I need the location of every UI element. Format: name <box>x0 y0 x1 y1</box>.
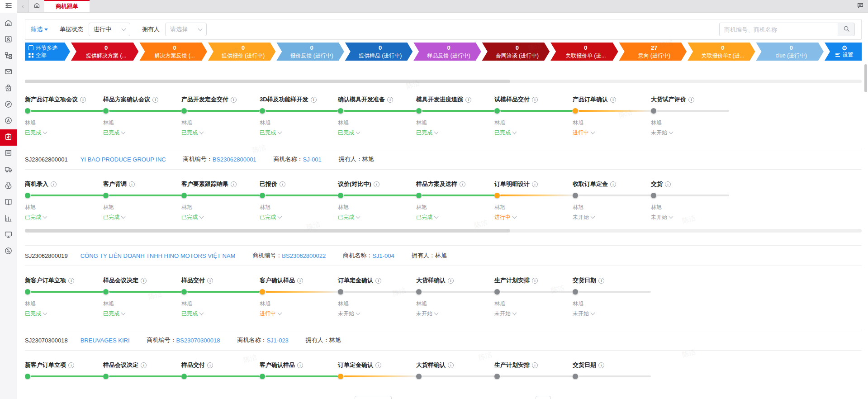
stage-status-dropdown[interactable]: 未开始 <box>651 129 673 136</box>
info-icon[interactable]: i <box>231 181 237 187</box>
info-icon[interactable]: i <box>207 362 213 368</box>
stage-segment-3[interactable]: 0 报价反馈 (进行中) <box>276 43 344 61</box>
info-icon[interactable]: i <box>280 181 285 187</box>
stage-status-dropdown[interactable]: 已完成 <box>181 129 203 136</box>
code-link[interactable]: BS23062800001 <box>213 156 256 163</box>
stage-segment-0[interactable]: 0 提供解决方案 (... <box>71 43 138 61</box>
info-icon[interactable]: i <box>374 181 379 187</box>
info-icon[interactable]: i <box>129 181 135 187</box>
code-link[interactable]: BS23070300018 <box>176 337 220 344</box>
info-icon[interactable]: i <box>375 362 381 368</box>
stage-settings-button[interactable]: ⚙ 设置 <box>825 43 862 61</box>
stage-status-dropdown[interactable]: 已完成 <box>416 129 438 136</box>
sidebar-item-book[interactable] <box>0 195 17 211</box>
info-icon[interactable]: i <box>532 362 538 368</box>
info-icon[interactable]: i <box>610 181 616 187</box>
stage-status-dropdown[interactable]: 已完成 <box>260 214 281 221</box>
stage-status-dropdown[interactable]: 已完成 <box>25 129 47 136</box>
stage-status-dropdown[interactable]: 进行中 <box>573 129 594 136</box>
stage-segment-9[interactable]: 0 关联报价单z (进... <box>688 43 755 61</box>
info-icon[interactable]: i <box>297 278 303 284</box>
stage-status-dropdown[interactable]: 未开始 <box>651 214 673 221</box>
sidebar-item-circle-a[interactable] <box>0 113 17 129</box>
sidebar-item-money-bag[interactable] <box>0 178 17 195</box>
name-link[interactable]: SJ1-004 <box>372 252 394 259</box>
stage-status-dropdown[interactable]: 已完成 <box>181 214 203 221</box>
page-size-select[interactable]: 20 条/页 <box>355 396 392 399</box>
sidebar-item-contacts[interactable] <box>0 32 17 48</box>
stage-status-dropdown[interactable]: 未开始 <box>573 214 594 221</box>
stage-segment-10[interactable]: 0 clue (进行中) <box>756 43 824 61</box>
info-icon[interactable]: i <box>141 362 147 368</box>
info-icon[interactable]: i <box>448 278 454 284</box>
multiselect-checkbox[interactable] <box>28 45 33 50</box>
stage-status-dropdown[interactable]: 进行中 <box>260 310 281 317</box>
doc-status-select[interactable]: 进行中 <box>89 23 130 36</box>
tab-business-followup[interactable]: 商机跟单 <box>44 0 90 12</box>
sidebar-item-truck[interactable] <box>0 162 17 178</box>
back-button[interactable]: ‹ <box>17 0 29 12</box>
search-button[interactable] <box>838 23 855 36</box>
company-link[interactable]: BREUVAGES KIRI <box>81 337 130 344</box>
stage-status-dropdown[interactable]: 已完成 <box>25 214 47 221</box>
stage-status-dropdown[interactable]: 已完成 <box>416 214 438 221</box>
sidebar-item-bar-chart[interactable] <box>0 211 17 227</box>
info-icon[interactable]: i <box>51 181 57 187</box>
tab-options-button[interactable] <box>853 0 868 12</box>
scrollbar-thumb[interactable] <box>25 229 510 233</box>
info-icon[interactable]: i <box>68 362 74 368</box>
info-icon[interactable]: i <box>665 181 671 187</box>
info-icon[interactable]: i <box>311 97 317 103</box>
stage-status-dropdown[interactable]: 已完成 <box>25 310 47 317</box>
filter-toggle[interactable]: 筛选 <box>31 25 48 33</box>
stage-segment-8[interactable]: 27 意向 (进行中) <box>619 43 687 61</box>
sidebar-item-invoice[interactable] <box>0 146 17 162</box>
info-icon[interactable]: i <box>141 278 147 284</box>
stage-status-dropdown[interactable]: 已完成 <box>103 129 125 136</box>
home-tab-button[interactable] <box>29 0 44 12</box>
vertical-scrollbar-thumb[interactable] <box>864 64 867 92</box>
stage-status-dropdown[interactable]: 已完成 <box>103 310 125 317</box>
info-icon[interactable]: i <box>387 97 393 103</box>
stage-segment-7[interactable]: 0 关联报价单 (进... <box>550 43 618 61</box>
stage-status-dropdown[interactable]: 已完成 <box>338 214 360 221</box>
search-input[interactable] <box>719 23 838 36</box>
stage-status-dropdown[interactable]: 已完成 <box>260 129 281 136</box>
info-icon[interactable]: i <box>207 278 213 284</box>
info-icon[interactable]: i <box>598 362 604 368</box>
info-icon[interactable]: i <box>610 97 616 103</box>
sidebar-item-compass[interactable] <box>0 97 17 113</box>
name-link[interactable]: SJ1-023 <box>266 337 288 344</box>
info-icon[interactable]: i <box>688 97 694 103</box>
stage-status-dropdown[interactable]: 已完成 <box>494 129 516 136</box>
stage-status-dropdown[interactable]: 已完成 <box>103 214 125 221</box>
stage-status-dropdown[interactable]: 进行中 <box>494 214 516 221</box>
stage-segment-multiselect[interactable]: 环节多选 全部 <box>25 43 70 61</box>
company-link[interactable]: CÔNG TY LIÊN DOANH TNHH HINO MOTORS VIỆT… <box>81 252 236 259</box>
stage-status-dropdown[interactable]: 未开始 <box>573 310 594 317</box>
info-icon[interactable]: i <box>448 362 454 368</box>
sidebar-item-mail[interactable] <box>0 64 17 81</box>
stage-status-dropdown[interactable]: 未开始 <box>416 310 438 317</box>
company-link[interactable]: YI BAO PRODUCE GROUP INC <box>81 156 166 163</box>
info-icon[interactable]: i <box>68 278 74 284</box>
info-icon[interactable]: i <box>231 97 237 103</box>
collapse-sidebar-button[interactable] <box>0 0 17 13</box>
stage-segment-4[interactable]: 0 提供样品 (进行中) <box>345 43 413 61</box>
sidebar-item-phone[interactable] <box>0 243 17 260</box>
code-link[interactable]: BS23062800022 <box>282 252 326 259</box>
stage-status-dropdown[interactable]: 已完成 <box>338 129 360 136</box>
info-icon[interactable]: i <box>80 97 86 103</box>
stage-segment-6[interactable]: 0 合同洽谈 (进行中) <box>482 43 550 61</box>
info-icon[interactable]: i <box>465 97 471 103</box>
info-icon[interactable]: i <box>297 362 303 368</box>
stage-segment-2[interactable]: 0 提供报价 (进行中) <box>208 43 275 61</box>
stage-segment-5[interactable]: 0 样品反馈 (进行中) <box>413 43 481 61</box>
info-icon[interactable]: i <box>532 278 538 284</box>
stage-status-dropdown[interactable]: 未开始 <box>338 310 360 317</box>
info-icon[interactable]: i <box>152 97 158 103</box>
info-icon[interactable]: i <box>598 278 604 284</box>
info-icon[interactable]: i <box>532 181 538 187</box>
sidebar-item-business[interactable] <box>0 129 17 146</box>
info-icon[interactable]: i <box>460 181 465 187</box>
